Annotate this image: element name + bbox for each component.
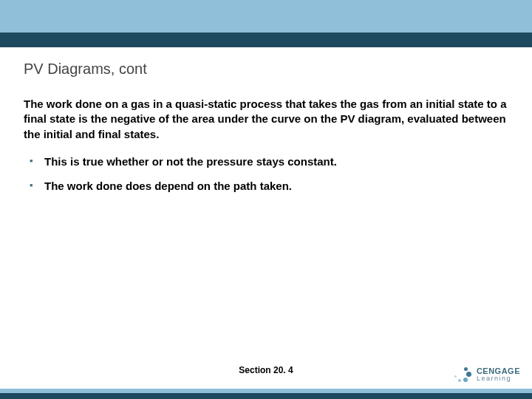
- list-item: This is true whether or not the pressure…: [44, 155, 508, 168]
- logo-text: CENGAGE Learning: [477, 367, 520, 382]
- content-area: PV Diagrams, cont The work done on a gas…: [0, 47, 532, 192]
- footer: Section 20. 4 CENGAGE Learning: [0, 358, 532, 399]
- logo-sub: Learning: [477, 375, 520, 382]
- body-paragraph: The work done on a gas in a quasi-static…: [24, 97, 508, 142]
- header-light-bar: [0, 0, 532, 33]
- list-item: The work done does depend on the path ta…: [44, 180, 508, 192]
- header-band: [0, 0, 532, 47]
- header-dark-bar: [0, 33, 532, 47]
- bullet-list: This is true whether or not the pressure…: [24, 155, 508, 192]
- page-title: PV Diagrams, cont: [24, 61, 508, 78]
- logo-mark-icon: [453, 365, 472, 384]
- footer-dark-bar: [0, 393, 532, 399]
- cengage-logo: CENGAGE Learning: [453, 365, 520, 384]
